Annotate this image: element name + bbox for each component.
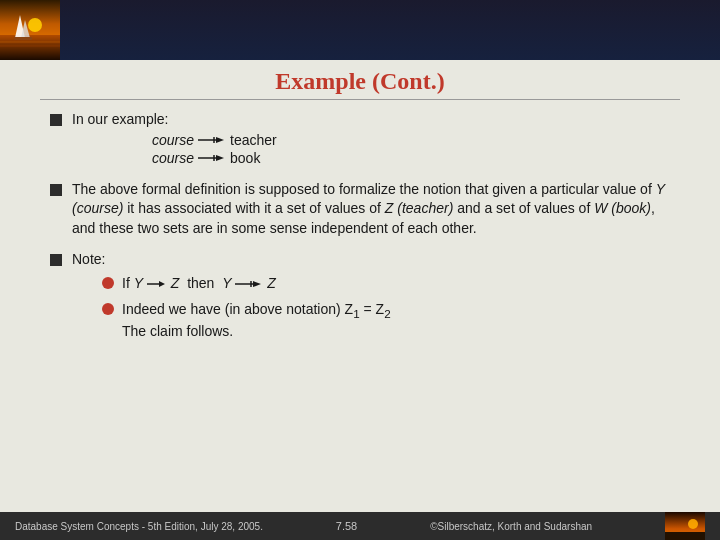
bullet-1-content: In our example: course teacher xyxy=(72,110,277,168)
bullet-square-2 xyxy=(50,184,62,196)
arrow-2 xyxy=(198,151,226,165)
bullet-square-1 xyxy=(50,114,62,126)
course-line-1: course teacher xyxy=(152,132,277,148)
slide-title: Example (Cont.) xyxy=(275,68,444,94)
bullet-square-3 xyxy=(50,254,62,266)
bullet-3-label: Note: xyxy=(72,250,670,270)
svg-marker-16 xyxy=(159,281,165,287)
svg-rect-6 xyxy=(14,37,32,40)
footer-right: ©Silberschatz, Korth and Sudarshan xyxy=(430,521,592,532)
svg-point-3 xyxy=(28,18,42,32)
bullet-3: Note: If Y Z then Y xyxy=(50,250,670,341)
sailboat-image xyxy=(0,0,60,60)
bullet-1: In our example: course teacher xyxy=(50,110,670,168)
bullet-2-text: The above formal definition is supposed … xyxy=(72,180,670,239)
top-strip xyxy=(0,0,720,60)
bullet-circle-1 xyxy=(102,277,114,289)
svg-marker-10 xyxy=(216,137,224,143)
bullet-1-label: In our example: xyxy=(72,110,277,130)
footer-center: 7.58 xyxy=(336,520,357,532)
sub-bullet-2: Indeed we have (in above notation) Z1 = … xyxy=(102,300,670,342)
content-area: In our example: course teacher xyxy=(0,100,720,512)
svg-marker-18 xyxy=(253,281,261,287)
course-word-1: course xyxy=(152,132,194,148)
bullet-2: The above formal definition is supposed … xyxy=(50,180,670,239)
svg-marker-13 xyxy=(216,155,224,161)
svg-point-21 xyxy=(688,519,698,529)
svg-rect-22 xyxy=(665,532,705,540)
sub-bullet-1-text: If Y Z then Y Z xyxy=(122,274,276,294)
footer-image xyxy=(665,512,705,540)
course-word-2: course xyxy=(152,150,194,166)
sub-bullets: If Y Z then Y Z xyxy=(72,274,670,341)
book-word: book xyxy=(230,150,260,166)
svg-rect-1 xyxy=(0,0,60,40)
footer: Database System Concepts - 5th Edition, … xyxy=(0,512,720,540)
sub-bullet-1: If Y Z then Y Z xyxy=(102,274,670,294)
course-block: course teacher course xyxy=(72,132,277,166)
sub-bullet-2-line1: Indeed we have (in above notation) Z1 = … xyxy=(122,300,391,322)
arrow-1 xyxy=(198,133,226,147)
sub-bullet-2-content: Indeed we have (in above notation) Z1 = … xyxy=(122,300,391,342)
title-bar: Example (Cont.) xyxy=(0,60,720,99)
course-line-2: course book xyxy=(152,150,277,166)
slide: Example (Cont.) In our example: course xyxy=(0,0,720,540)
teacher-word: teacher xyxy=(230,132,277,148)
sub-bullet-2-line2: The claim follows. xyxy=(122,322,391,342)
bullet-3-content: Note: If Y Z then Y xyxy=(72,250,670,341)
bullet-circle-2 xyxy=(102,303,114,315)
footer-left: Database System Concepts - 5th Edition, … xyxy=(15,521,263,532)
